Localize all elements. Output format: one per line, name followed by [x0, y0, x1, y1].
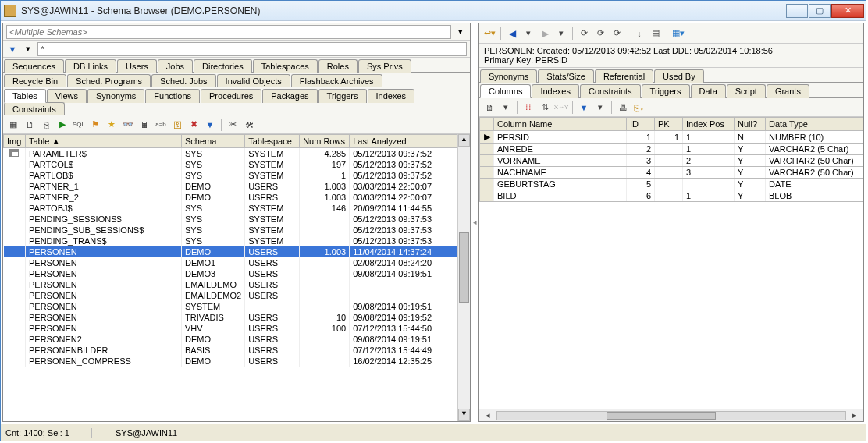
tab-invalid-objects[interactable]: Invalid Objects — [217, 74, 290, 87]
nav-fwd-icon[interactable]: ▶ — [538, 27, 552, 41]
table-row[interactable]: PERSONEN_COMPRESSDEMOUSERS16/02/2014 12:… — [4, 356, 470, 367]
nav-fwd-dd-icon[interactable]: ▾ — [554, 27, 568, 41]
tab-triggers[interactable]: Triggers — [642, 84, 690, 98]
tab-roles[interactable]: Roles — [318, 59, 358, 73]
tab-views[interactable]: Views — [47, 89, 87, 103]
sort-icon[interactable]: ⇅ — [538, 101, 552, 115]
scissors-icon[interactable]: ✂ — [226, 118, 240, 132]
dots-icon[interactable]: ⁞⁞ — [521, 101, 535, 115]
table-row[interactable]: PENDING_SUB_SESSIONS$SYSSYSTEM05/12/2013… — [4, 225, 470, 236]
tab-sys-privs[interactable]: Sys Privs — [358, 59, 411, 73]
close-button[interactable]: ✕ — [831, 4, 864, 18]
right-hscroll[interactable]: ◂ ▸ — [479, 409, 863, 421]
tab-grants[interactable]: Grants — [767, 84, 809, 98]
column-row[interactable]: VORNAME32YVARCHAR2 (50 Char) — [480, 155, 863, 167]
calc-icon[interactable]: 🖩 — [137, 118, 151, 132]
table-row[interactable]: PERSONEN2DEMOUSERS09/08/2014 09:19:51 — [4, 334, 470, 345]
col-last-analyzed[interactable]: Last Analyzed — [350, 135, 470, 148]
funnel-icon[interactable]: ▼ — [6, 43, 19, 55]
table-row[interactable]: PERSONENDEMO3USERS09/08/2014 09:19:51 — [4, 268, 470, 279]
tab-packages[interactable]: Packages — [262, 89, 317, 103]
tab-recycle-bin[interactable]: Recycle Bin — [4, 74, 66, 87]
table-row[interactable]: PERSONENDEMOUSERS1.00311/04/2014 14:37:2… — [4, 246, 470, 257]
play-icon[interactable]: ▶ — [55, 118, 69, 132]
table-row[interactable]: PERSONENEMAILDEMO2USERS — [4, 290, 470, 301]
schema-input[interactable] — [6, 25, 451, 39]
ab-icon[interactable]: a=b — [154, 118, 168, 132]
filter3-dd-icon[interactable]: ▾ — [593, 101, 607, 115]
tab-tablespaces[interactable]: Tablespaces — [253, 59, 318, 73]
tab-users[interactable]: Users — [117, 59, 157, 73]
filter3-icon[interactable]: ▼ — [577, 101, 591, 115]
table-row[interactable]: PENDING_TRANS$SYSSYSTEM05/12/2013 09:37:… — [4, 236, 470, 246]
tab-columns[interactable]: Columns — [480, 84, 531, 98]
xy-icon[interactable]: X↔Y — [554, 101, 568, 115]
splitter[interactable] — [472, 21, 477, 424]
table-row[interactable]: PARTNER_1DEMOUSERS1.00303/03/2014 22:00:… — [4, 181, 470, 192]
tab-triggers[interactable]: Triggers — [318, 89, 367, 103]
dd-icon[interactable]: ▾ — [499, 101, 513, 115]
funnel2-icon[interactable]: ▼ — [203, 118, 217, 132]
tab-constraints[interactable]: Constraints — [580, 84, 641, 98]
copy-icon[interactable]: ⎘▾ — [632, 101, 646, 115]
tab-indexes[interactable]: Indexes — [532, 84, 579, 98]
column-row[interactable]: ▶PERSID111NNUMBER (10) — [480, 131, 863, 144]
col-table[interactable]: Table ▲ — [26, 135, 182, 148]
table-row[interactable]: PARTOBJ$SYSSYSTEM14620/09/2014 11:44:55 — [4, 203, 470, 214]
tab-sched-jobs[interactable]: Sched. Jobs — [151, 74, 216, 87]
wrench-icon[interactable]: 🛠 — [242, 118, 256, 132]
binoculars-icon[interactable]: 👓 — [121, 118, 135, 132]
tab-data[interactable]: Data — [691, 84, 726, 98]
col-img[interactable]: Img — [4, 135, 26, 148]
tab-directories[interactable]: Directories — [194, 59, 252, 73]
table-row[interactable]: PENDING_SESSIONS$SYSSYSTEM05/12/2013 09:… — [4, 214, 470, 225]
tab-used-by[interactable]: Used By — [654, 69, 704, 83]
tab-db-links[interactable]: DB Links — [65, 59, 116, 73]
tab-synonyms[interactable]: Synonyms — [480, 69, 537, 83]
scroll-thumb[interactable] — [459, 232, 469, 303]
maximize-button[interactable]: ▢ — [809, 4, 831, 18]
right-grid-wrap[interactable]: Column NameIDPKIndex PosNull?Data Type▶P… — [479, 117, 863, 409]
refresh2-icon[interactable]: ⟳ — [593, 27, 607, 41]
scroll-down-icon[interactable]: ▼ — [458, 409, 470, 421]
hscroll-right-icon[interactable]: ▸ — [848, 409, 862, 423]
column-row[interactable]: GEBURTSTAG5YDATE — [480, 179, 863, 190]
hscroll-left-icon[interactable]: ◂ — [481, 409, 495, 423]
col-pk[interactable]: PK — [655, 118, 683, 131]
sql-icon[interactable]: SQL — [72, 118, 86, 132]
table-row[interactable]: PERSONENVHVUSERS10007/12/2013 15:44:50 — [4, 323, 470, 334]
tab-sequences[interactable]: Sequences — [4, 59, 64, 73]
tab-functions[interactable]: Functions — [145, 89, 200, 103]
grid-icon[interactable]: ▦ — [6, 118, 20, 132]
table-row[interactable]: PARTLOB$SYSSYSTEM105/12/2013 09:37:52 — [4, 170, 470, 181]
right-grid[interactable]: Column NameIDPKIndex PosNull?Data Type▶P… — [479, 117, 863, 202]
col-data-type[interactable]: Data Type — [766, 118, 863, 131]
col-tablespace[interactable]: Tablespace — [245, 135, 300, 148]
tab-jobs[interactable]: Jobs — [158, 59, 193, 73]
column-row[interactable]: ANREDE21YVARCHAR2 (5 Char) — [480, 144, 863, 155]
column-row[interactable]: NACHNAME43YVARCHAR2 (50 Char) — [480, 167, 863, 179]
arrow-down-icon[interactable]: ↓ — [632, 27, 646, 41]
tab-tables[interactable]: Tables — [4, 89, 46, 103]
filter-dropdown-icon[interactable]: ▾ — [22, 43, 34, 55]
tab-sched-programs[interactable]: Sched. Programs — [67, 74, 151, 87]
left-grid-wrap[interactable]: ImgTable ▲SchemaTablespaceNum RowsLast A… — [3, 134, 470, 421]
col-null-[interactable]: Null? — [735, 118, 766, 131]
hscroll-thumb[interactable] — [607, 412, 716, 420]
nav-back-dd-icon[interactable]: ▾ — [521, 27, 535, 41]
col-column-name[interactable]: Column Name — [494, 118, 627, 131]
drop-icon[interactable]: ✖ — [187, 118, 201, 132]
col-id[interactable]: ID — [627, 118, 655, 131]
new-icon[interactable]: 🗋 — [23, 118, 37, 132]
nav-back-icon[interactable]: ◀ — [505, 27, 519, 41]
tab-procedures[interactable]: Procedures — [201, 89, 261, 103]
column-row[interactable]: BILD61YBLOB — [480, 190, 863, 202]
table-row[interactable]: PERSONENTRIVADISUSERS1009/08/2014 09:19:… — [4, 312, 470, 323]
tab-constraints[interactable]: Constraints — [4, 102, 65, 115]
tab-synonyms[interactable]: Synonyms — [87, 89, 144, 103]
schema-dropdown-icon[interactable]: ▾ — [454, 26, 467, 38]
table-row[interactable]: PERSONENBILDERBASISUSERS07/12/2013 15:44… — [4, 345, 470, 356]
table-row[interactable]: PERSONENEMAILDEMOUSERS — [4, 279, 470, 290]
tab-indexes[interactable]: Indexes — [368, 89, 415, 103]
tab-stats-size[interactable]: Stats/Size — [538, 69, 594, 83]
